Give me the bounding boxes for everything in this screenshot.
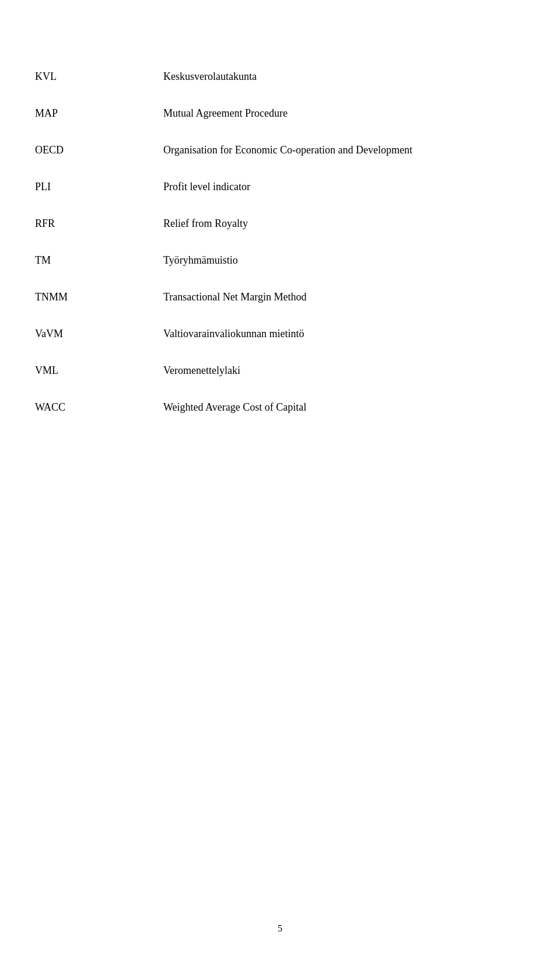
- abbreviation-definition: Relief from Royalty: [163, 205, 513, 242]
- table-row: MAPMutual Agreement Procedure: [35, 95, 513, 132]
- page-container: KVLKeskusverolautakuntaMAPMutual Agreeme…: [0, 0, 560, 963]
- abbreviation-term: WACC: [35, 389, 163, 426]
- abbreviation-definition: Profit level indicator: [163, 169, 513, 205]
- abbreviation-term: PLI: [35, 169, 163, 205]
- abbreviation-definition: Weighted Average Cost of Capital: [163, 389, 513, 426]
- table-row: KVLKeskusverolautakunta: [35, 58, 513, 95]
- table-row: VMLVeromenettelylaki: [35, 352, 513, 389]
- table-row: VaVMValtiovarainvaliokunnan mietintö: [35, 316, 513, 352]
- page-number: 5: [278, 923, 282, 934]
- abbreviation-table: KVLKeskusverolautakuntaMAPMutual Agreeme…: [35, 58, 513, 426]
- abbreviation-term: KVL: [35, 58, 163, 95]
- abbreviation-term: RFR: [35, 205, 163, 242]
- abbreviation-definition: Mutual Agreement Procedure: [163, 95, 513, 132]
- abbreviation-definition: Työryhmämuistio: [163, 242, 513, 279]
- abbreviation-term: OECD: [35, 132, 163, 169]
- abbreviation-definition: Transactional Net Margin Method: [163, 279, 513, 316]
- abbreviation-term: VML: [35, 352, 163, 389]
- abbreviation-term: MAP: [35, 95, 163, 132]
- table-row: WACCWeighted Average Cost of Capital: [35, 389, 513, 426]
- table-row: OECDOrganisation for Economic Co-operati…: [35, 132, 513, 169]
- abbreviation-definition: Organisation for Economic Co-operation a…: [163, 132, 513, 169]
- abbreviation-term: TNMM: [35, 279, 163, 316]
- abbreviation-term: VaVM: [35, 316, 163, 352]
- table-row: PLIProfit level indicator: [35, 169, 513, 205]
- abbreviation-definition: Valtiovarainvaliokunnan mietintö: [163, 316, 513, 352]
- table-row: RFRRelief from Royalty: [35, 205, 513, 242]
- table-row: TNMMTransactional Net Margin Method: [35, 279, 513, 316]
- abbreviation-definition: Veromenettelylaki: [163, 352, 513, 389]
- abbreviation-definition: Keskusverolautakunta: [163, 58, 513, 95]
- abbreviation-term: TM: [35, 242, 163, 279]
- table-row: TMTyöryhmämuistio: [35, 242, 513, 279]
